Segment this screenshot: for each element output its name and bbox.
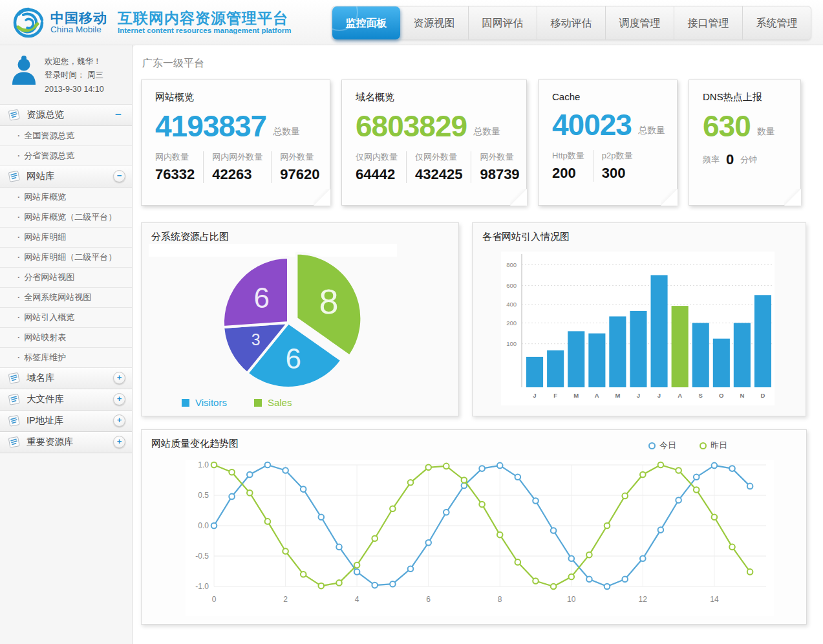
sidebar-section[interactable]: IP地址库+ <box>0 411 132 432</box>
sidebar-item-label: 分省资源总览 <box>24 150 74 162</box>
bullet-icon: · <box>17 131 20 140</box>
substat-label: 网内数量 <box>155 151 195 163</box>
bullet-icon: · <box>17 272 20 282</box>
expand-plus-icon[interactable]: + <box>113 414 125 427</box>
pie-panel: 分系统资源占比图 8636 VisitorsSales <box>141 222 459 416</box>
sidebar-menu: 资源总览−·全国资源总览·分省资源总览网站库−·网站库概览·网站库概览（二级平台… <box>0 105 132 453</box>
nav-tab[interactable]: 接口管理 <box>674 6 742 39</box>
app-title: 互联网内容资源管理平台 <box>118 10 291 27</box>
card-title: Cache <box>552 91 677 102</box>
welcome-text: 欢迎您，魏华！ <box>45 55 104 69</box>
collapse-minus-icon[interactable]: − <box>113 170 125 182</box>
sidebar-item[interactable]: ·全网系统网站视图 <box>0 288 132 308</box>
stat-card: 域名概览6803829总数量仅网内数量64442仅网外数量432425网外数量9… <box>341 80 527 206</box>
pie-legend-entry[interactable]: Visitors <box>182 397 227 408</box>
nav-tab[interactable]: 固网评估 <box>468 6 537 39</box>
svg-text:F: F <box>553 392 557 399</box>
substat-value: 42263 <box>212 166 262 183</box>
legend-label: Visitors <box>195 397 227 408</box>
sidebar-section-label: 大文件库 <box>27 393 113 405</box>
card-total-unit: 总数量 <box>273 126 300 141</box>
line-legend-entry[interactable]: 昨日 <box>700 440 727 451</box>
sidebar-section[interactable]: 网站库− <box>0 166 132 188</box>
substat-label: 仅网外数量 <box>415 151 462 163</box>
svg-text:100: 100 <box>506 340 517 347</box>
stat-card: Cache40023总数量Http数量200p2p数量300 <box>538 80 678 206</box>
sidebar-item[interactable]: ·网站库概览 <box>0 188 132 208</box>
svg-text:1.0: 1.0 <box>198 460 209 469</box>
expand-plus-icon[interactable]: + <box>113 372 125 384</box>
svg-text:0.5: 0.5 <box>198 491 209 500</box>
bullet-icon: · <box>17 212 20 222</box>
sidebar-item[interactable]: ·网站引入概览 <box>0 308 132 328</box>
svg-text:400: 400 <box>506 301 517 308</box>
svg-text:14: 14 <box>710 595 719 604</box>
card-title: 域名概览 <box>356 91 526 103</box>
sidebar-section[interactable]: 重要资源库+ <box>0 432 132 453</box>
sidebar-section[interactable]: 域名库+ <box>0 368 132 389</box>
svg-text:J: J <box>637 392 640 399</box>
sidebar-item[interactable]: ·网站映射表 <box>0 328 132 348</box>
svg-text:800: 800 <box>506 261 517 268</box>
pie-legend-entry[interactable]: Sales <box>254 397 292 408</box>
card-total-value: 630 <box>703 111 751 141</box>
sidebar-section[interactable]: 资源总览− <box>0 105 132 126</box>
login-time: 2013-9-30 14:10 <box>45 83 104 96</box>
sidebar-section[interactable]: 大文件库+ <box>0 389 132 411</box>
bullet-icon: · <box>17 352 20 362</box>
svg-text:10: 10 <box>567 595 576 604</box>
substat-value: 98739 <box>480 166 519 183</box>
legend-label: 今日 <box>659 440 676 451</box>
nav-tab[interactable]: 调度管理 <box>605 6 674 39</box>
nav-tab[interactable]: 监控面板 <box>332 6 400 39</box>
sidebar-section-label: 网站库 <box>27 170 113 182</box>
svg-text:8: 8 <box>498 595 502 604</box>
sidebar-item-label: 分省网站视图 <box>24 272 74 283</box>
line-chart-title: 网站质量变化趋势图 <box>151 438 239 450</box>
svg-text:M: M <box>573 392 579 399</box>
substat-value: 76332 <box>155 166 195 183</box>
card-substat: 网内网外数量42263 <box>203 151 271 183</box>
legend-ring-icon <box>648 442 656 449</box>
svg-text:A: A <box>595 392 599 399</box>
expand-plus-icon[interactable]: + <box>113 393 125 405</box>
sidebar-item[interactable]: ·分省资源总览 <box>0 146 132 166</box>
nav-tab[interactable]: 系统管理 <box>742 6 811 39</box>
page-curl <box>510 189 527 206</box>
card-substat: 仅网外数量432425 <box>406 151 471 183</box>
scroll-icon <box>7 436 21 449</box>
substat-value: 64442 <box>356 166 398 183</box>
svg-text:6: 6 <box>253 282 269 314</box>
line-legend-entry[interactable]: 今日 <box>648 440 676 451</box>
svg-text:6: 6 <box>285 343 301 374</box>
china-mobile-logo-icon <box>12 6 45 39</box>
collapse-minus-icon[interactable]: − <box>115 109 126 122</box>
svg-text:4: 4 <box>355 595 359 604</box>
card-substat: Http数量200 <box>552 150 593 182</box>
user-avatar-icon <box>10 55 37 86</box>
sidebar-item-label: 网站映射表 <box>24 332 66 343</box>
expand-plus-icon[interactable]: + <box>113 436 125 448</box>
sidebar-item[interactable]: ·网站库明细（二级平台） <box>0 248 132 268</box>
svg-text:J: J <box>533 392 536 399</box>
sidebar-item[interactable]: ·全国资源总览 <box>0 126 132 146</box>
sidebar: 欢迎您，魏华！ 登录时间： 周三 2013-9-30 14:10 资源总览−·全… <box>0 45 133 644</box>
scroll-icon <box>7 393 21 406</box>
user-panel: 欢迎您，魏华！ 登录时间： 周三 2013-9-30 14:10 <box>0 45 132 105</box>
legend-label: 昨日 <box>711 440 727 451</box>
substat-label: p2p数量 <box>602 150 633 162</box>
card-substat: 网内数量76332 <box>155 151 203 183</box>
logo-en-text: China Mobile <box>50 25 107 35</box>
bullet-icon: · <box>17 232 20 242</box>
sidebar-item[interactable]: ·分省网站视图 <box>0 268 132 288</box>
sidebar-item-label: 网站库明细 <box>24 231 66 243</box>
scroll-icon <box>7 109 21 122</box>
nav-tab[interactable]: 移动评估 <box>537 6 605 39</box>
sidebar-item[interactable]: ·标签库维护 <box>0 348 132 368</box>
sidebar-item[interactable]: ·网站库概览（二级平台） <box>0 208 132 228</box>
bullet-icon: · <box>17 292 20 302</box>
svg-text:-1.0: -1.0 <box>195 582 209 591</box>
bullet-icon: · <box>17 192 20 202</box>
sidebar-item[interactable]: ·网站库明细 <box>0 228 132 248</box>
nav-tab[interactable]: 资源视图 <box>400 6 468 39</box>
